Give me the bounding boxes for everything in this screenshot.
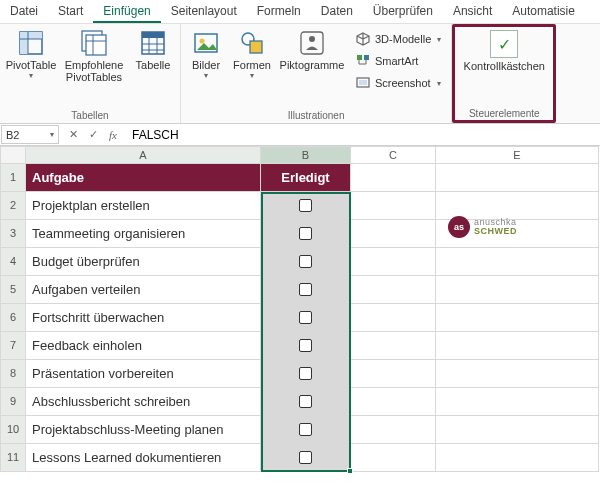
task-cell[interactable]: Feedback einholen xyxy=(26,332,261,360)
kontrollkaestchen-button[interactable]: ✓ Kontrollkästchen xyxy=(459,27,549,75)
group-label-steuerelemente: Steuerelemente xyxy=(459,107,549,120)
bilder-button[interactable]: Bilder ▾ xyxy=(185,26,227,83)
svg-rect-18 xyxy=(250,41,262,53)
smartart-button[interactable]: SmartArt xyxy=(351,51,445,71)
header-done[interactable]: Erledigt xyxy=(261,164,351,192)
ribbon-group-tabellen: PivotTable ▾ Empfohlene PivotTables Tabe… xyxy=(0,24,181,123)
ribbon-group-illustrationen: Bilder ▾ Formen ▾ Piktogramme 3D-Model xyxy=(181,24,452,123)
menu-tabs: Datei Start Einfügen Seitenlayout Formel… xyxy=(0,0,600,24)
checkbox-cell[interactable] xyxy=(261,276,351,304)
svg-point-16 xyxy=(200,39,205,44)
pivottable-icon xyxy=(17,29,45,57)
task-cell[interactable]: Projektplan erstellen xyxy=(26,192,261,220)
row-header[interactable]: 3 xyxy=(0,220,26,248)
header-task[interactable]: Aufgabe xyxy=(26,164,261,192)
cell[interactable] xyxy=(351,360,436,388)
tabelle-label: Tabelle xyxy=(136,59,171,71)
cell[interactable] xyxy=(436,248,599,276)
icons-icon xyxy=(298,29,326,57)
tab-automatisieren[interactable]: Automatisie xyxy=(502,0,585,23)
task-cell[interactable]: Lessons Learned dokumentieren xyxy=(26,444,261,472)
cell[interactable] xyxy=(436,332,599,360)
accept-formula-button[interactable]: ✓ xyxy=(84,126,102,144)
checkbox-cell[interactable] xyxy=(261,388,351,416)
checkbox-cell[interactable] xyxy=(261,304,351,332)
cell[interactable] xyxy=(351,388,436,416)
tab-ansicht[interactable]: Ansicht xyxy=(443,0,502,23)
task-cell[interactable]: Fortschritt überwachen xyxy=(26,304,261,332)
tab-seitenlayout[interactable]: Seitenlayout xyxy=(161,0,247,23)
cell[interactable] xyxy=(436,416,599,444)
empfohlene-pivottables-button[interactable]: Empfohlene PivotTables xyxy=(60,26,128,86)
tab-daten[interactable]: Daten xyxy=(311,0,363,23)
ribbon-group-steuerelemente: ✓ Kontrollkästchen Steuerelemente xyxy=(452,24,556,123)
tab-start[interactable]: Start xyxy=(48,0,93,23)
task-cell[interactable]: Teammeeting organisieren xyxy=(26,220,261,248)
cell[interactable] xyxy=(351,164,436,192)
logo-line2: SCHWED xyxy=(474,227,517,236)
task-cell[interactable]: Präsentation vorbereiten xyxy=(26,360,261,388)
row-header[interactable]: 9 xyxy=(0,388,26,416)
row-header[interactable]: 5 xyxy=(0,276,26,304)
cell[interactable] xyxy=(436,388,599,416)
col-header-B[interactable]: B xyxy=(261,146,351,164)
checkbox-cell[interactable] xyxy=(261,444,351,472)
screenshot-button[interactable]: Screenshot ▾ xyxy=(351,73,445,93)
cell[interactable] xyxy=(351,416,436,444)
checkbox-cell[interactable] xyxy=(261,220,351,248)
row-header[interactable]: 1 xyxy=(0,164,26,192)
cell[interactable] xyxy=(351,220,436,248)
ribbon: PivotTable ▾ Empfohlene PivotTables Tabe… xyxy=(0,24,600,124)
tab-datei[interactable]: Datei xyxy=(0,0,48,23)
col-header-A[interactable]: A xyxy=(26,146,261,164)
cell[interactable] xyxy=(436,304,599,332)
formen-button[interactable]: Formen ▾ xyxy=(229,26,275,83)
checkbox-cell[interactable] xyxy=(261,332,351,360)
svg-rect-6 xyxy=(86,35,106,55)
cell[interactable] xyxy=(351,304,436,332)
task-cell[interactable]: Projektabschluss-Meeting planen xyxy=(26,416,261,444)
cell[interactable] xyxy=(351,444,436,472)
cell[interactable] xyxy=(436,360,599,388)
cell[interactable] xyxy=(351,248,436,276)
row-header[interactable]: 11 xyxy=(0,444,26,472)
cell[interactable] xyxy=(351,192,436,220)
tabelle-button[interactable]: Tabelle xyxy=(130,26,176,74)
row-header[interactable]: 2 xyxy=(0,192,26,220)
pikto-label: Piktogramme xyxy=(280,59,345,71)
cell[interactable] xyxy=(351,276,436,304)
cell[interactable] xyxy=(436,164,599,192)
cell[interactable] xyxy=(351,332,436,360)
cell[interactable] xyxy=(436,444,599,472)
fx-button[interactable]: fx xyxy=(104,126,122,144)
tab-formeln[interactable]: Formeln xyxy=(247,0,311,23)
row-header[interactable]: 6 xyxy=(0,304,26,332)
row-header[interactable]: 8 xyxy=(0,360,26,388)
cell[interactable] xyxy=(436,276,599,304)
task-cell[interactable]: Aufgaben verteilen xyxy=(26,276,261,304)
pivottable-button[interactable]: PivotTable ▾ xyxy=(4,26,58,83)
checkbox-cell[interactable] xyxy=(261,360,351,388)
3d-modelle-button[interactable]: 3D-Modelle ▾ xyxy=(351,29,445,49)
checkbox-empty-icon xyxy=(299,367,312,380)
worksheet-grid: A B C E 1 Aufgabe Erledigt 2Projektplan … xyxy=(0,146,600,472)
svg-rect-22 xyxy=(364,55,369,60)
piktogramme-button[interactable]: Piktogramme xyxy=(277,26,347,74)
name-box[interactable]: B2 ▾ xyxy=(1,125,59,144)
checkbox-cell[interactable] xyxy=(261,416,351,444)
tab-ueberpruefen[interactable]: Überprüfen xyxy=(363,0,443,23)
row-header[interactable]: 10 xyxy=(0,416,26,444)
col-header-E[interactable]: E xyxy=(436,146,599,164)
select-all-corner[interactable] xyxy=(0,146,26,164)
task-cell[interactable]: Budget überprüfen xyxy=(26,248,261,276)
formula-input[interactable] xyxy=(126,124,600,145)
task-cell[interactable]: Abschlussbericht schreiben xyxy=(26,388,261,416)
col-header-C[interactable]: C xyxy=(351,146,436,164)
tab-einfuegen[interactable]: Einfügen xyxy=(93,0,160,23)
checkbox-cell[interactable] xyxy=(261,192,351,220)
row-header[interactable]: 4 xyxy=(0,248,26,276)
cancel-formula-button[interactable]: ✕ xyxy=(64,126,82,144)
checkbox-cell[interactable] xyxy=(261,248,351,276)
row-header[interactable]: 7 xyxy=(0,332,26,360)
selection-fill-handle[interactable] xyxy=(347,468,353,474)
